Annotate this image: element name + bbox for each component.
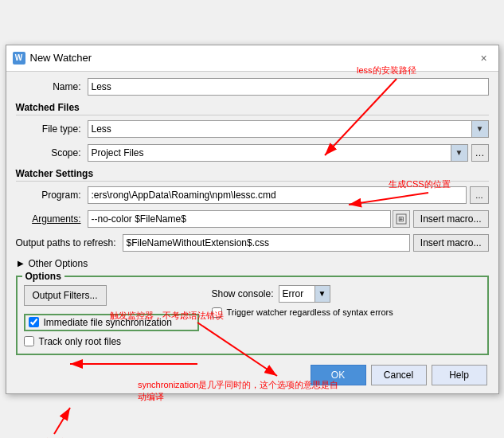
watched-files-header: Watched Files (16, 102, 489, 115)
scope-row: Scope: Project Files Current File Change… (16, 144, 489, 162)
scope-label: Scope: (16, 147, 88, 158)
options-content: Output Filters... Immediate file synchro… (24, 285, 481, 347)
program-label: Program: (16, 190, 88, 201)
dialog-icon: W (13, 52, 25, 65)
watcher-settings-header: Watcher Settings (16, 168, 489, 182)
other-options-label: Other Options (29, 258, 88, 269)
console-arrow-icon[interactable]: ▼ (315, 285, 330, 303)
scope-arrow-icon[interactable]: ▼ (451, 144, 468, 162)
ok-button[interactable]: OK (311, 365, 366, 385)
track-root-checkbox[interactable] (24, 336, 34, 346)
help-button[interactable]: Help (432, 365, 487, 385)
immediate-sync-checkbox[interactable] (29, 317, 39, 327)
new-watcher-dialog: W New Watcher × Name: Watched Files File… (6, 45, 499, 394)
immediate-sync-label: Immediate file synchronization (44, 317, 172, 328)
options-right: Show console: Error Always Never ▼ (212, 285, 481, 347)
trigger-watcher-row: Trigger watcher regardless of syntax err… (212, 307, 481, 318)
file-type-select[interactable]: Less SCSS TypeScript (88, 120, 489, 138)
arguments-input[interactable] (88, 210, 391, 228)
name-row: Name: (16, 78, 489, 96)
file-type-label: File type: (16, 123, 88, 135)
name-label: Name: (16, 81, 88, 92)
title-bar-left: W New Watcher (13, 52, 92, 65)
bottom-buttons: OK Cancel Help (16, 365, 489, 385)
arguments-label: Arguments: (16, 213, 88, 225)
title-bar: W New Watcher × (6, 45, 498, 72)
show-console-label: Show console: (212, 288, 274, 299)
output-paths-input[interactable] (123, 234, 410, 252)
options-label: Options (22, 271, 64, 282)
dialog-title: New Watcher (30, 52, 92, 64)
options-left: Output Filters... Immediate file synchro… (24, 285, 199, 347)
scope-controls: Project Files Current File Changed Files… (88, 144, 489, 162)
file-type-select-wrap: Less SCSS TypeScript ▼ (88, 120, 489, 138)
trigger-watcher-checkbox[interactable] (212, 307, 222, 318)
scope-select[interactable]: Project Files Current File Changed Files (88, 144, 468, 162)
program-row: Program: ... (16, 186, 489, 204)
close-button[interactable]: × (476, 50, 492, 66)
other-options-row[interactable]: ▶ Other Options (16, 258, 489, 269)
dialog-body: Name: Watched Files File type: Less SCSS… (6, 72, 498, 393)
file-type-arrow-icon[interactable]: ▼ (471, 120, 489, 138)
output-filters-button[interactable]: Output Filters... (24, 285, 107, 306)
arguments-insert-macro-button[interactable]: Insert macro... (413, 210, 489, 228)
output-paths-label: Output paths to refresh: (16, 237, 123, 248)
program-input[interactable] (88, 186, 467, 204)
arguments-icon-button[interactable]: ⊞ (393, 210, 410, 228)
trigger-watcher-label: Trigger watcher regardless of syntax err… (227, 307, 393, 317)
show-console-row: Show console: Error Always Never ▼ (212, 285, 481, 303)
name-input[interactable] (88, 78, 489, 96)
arguments-row: Arguments: ⊞ Insert macro... (16, 210, 489, 228)
immediate-sync-row: Immediate file synchronization (24, 314, 199, 331)
scope-extra-button[interactable]: … (471, 144, 489, 162)
file-type-row: File type: Less SCSS TypeScript ▼ (16, 120, 489, 138)
collapse-arrow-icon: ▶ (16, 259, 25, 268)
scope-select-wrap: Project Files Current File Changed Files… (88, 144, 468, 162)
output-paths-insert-macro-button[interactable]: Insert macro... (413, 234, 489, 252)
svg-line-7 (54, 408, 70, 434)
console-select-wrap: Error Always Never ▼ (279, 285, 330, 303)
cancel-button[interactable]: Cancel (371, 365, 427, 385)
options-section: Options Output Filters... Immediate file… (16, 276, 489, 355)
output-paths-row: Output paths to refresh: Insert macro... (16, 234, 489, 252)
track-root-row: Track only root files (24, 336, 199, 347)
program-browse-button[interactable]: ... (470, 186, 488, 204)
track-root-label: Track only root files (39, 336, 122, 347)
svg-text:⊞: ⊞ (398, 215, 404, 223)
